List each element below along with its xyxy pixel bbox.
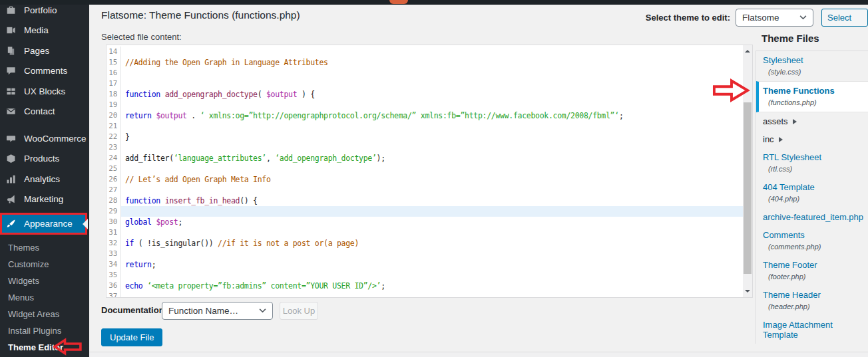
scroll-up-icon[interactable] [743,47,752,56]
code-line[interactable]: 27 [107,185,743,195]
theme-file-stylesheet[interactable]: Stylesheet(style.css) [756,51,868,81]
update-file-button[interactable]: Update File [101,328,162,346]
submenu-item-themes[interactable]: Themes [0,239,89,256]
file-link: 404 Template [763,182,868,192]
code-text: //Adding the Open Graph in Language Attr… [121,57,743,68]
sidebar-item-comments[interactable]: Comments [0,61,89,82]
code-text [121,100,743,110]
theme-select-dropdown[interactable]: Flatsome [736,9,813,27]
annotation-box-appearance: Appearance [0,213,87,235]
sidebar-item-label: Contact [24,106,55,116]
code-line[interactable]: 31 [107,227,743,238]
sidebar-item-analytics[interactable]: Analytics [0,169,89,189]
code-editor[interactable]: 1415//Adding the Open Graph in Language … [106,45,753,298]
theme-file-404-template[interactable]: 404 Template(404.php) [756,178,868,208]
code-token: ( [258,90,266,99]
code-line[interactable]: 19 [107,100,743,110]
code-line[interactable]: 34return; [107,259,743,270]
menu-separator [0,122,89,128]
theme-file-image-attachment-template[interactable]: Image Attachment Template [756,316,868,344]
submenu-item-customize[interactable]: Customize [0,256,89,273]
theme-select-value: Flatsome [742,13,779,23]
scrollbar-thumb[interactable] [744,102,752,274]
selected-file-content-label: Selected file content: [101,32,182,42]
documentation-dropdown[interactable]: Function Name… [162,302,273,320]
sidebar-item-woocommerce[interactable]: WooCommerce [0,128,89,149]
code-line[interactable]: 26// Let’s add Open Graph Meta Info [107,174,743,185]
line-number: 34 [107,259,121,270]
code-line[interactable]: 36echo ‘<meta property=”fb:admins” conte… [107,281,743,291]
code-line[interactable]: 14 [107,47,743,57]
code-text: function insert_fb_in_head() { [121,195,743,206]
theme-file-rtl-stylesheet[interactable]: RTL Stylesheet(rtl.css) [756,148,868,178]
sidebar-item-ux-blocks[interactable]: UX Blocks [0,81,89,102]
documentation-value: Function Name… [168,306,238,316]
line-number: 37 [107,291,121,298]
submenu-item-install-plugins[interactable]: Install Plugins [0,322,89,339]
folder-label: inc [763,134,868,144]
sidebar-item-pages[interactable]: Pages [0,41,89,61]
code-token: . [187,111,200,120]
select-theme-label: Select theme to edit: [646,13,730,23]
code-line[interactable]: 20return $output . ‘ xmlns:og=”http://op… [107,110,743,121]
submenu-item-menus[interactable]: Menus [0,289,89,306]
theme-files-panel: Theme Files Stylesheet(style.css)Theme F… [756,29,868,344]
file-link: Theme Footer [763,260,868,270]
theme-file-inc[interactable]: inc [756,130,868,148]
code-token [160,90,165,99]
code-lines: 1415//Adding the Open Graph in Language … [107,47,743,298]
line-number: 19 [107,100,121,110]
admin-bar [0,0,868,5]
code-line[interactable]: 23 [107,142,743,153]
code-line[interactable]: 33 [107,249,743,259]
sidebar-item-marketing[interactable]: Marketing [0,189,89,210]
code-line[interactable]: 25 [107,164,743,174]
look-up-button[interactable]: Look Up [280,302,318,320]
theme-file-theme-functions[interactable]: Theme Functions(functions.php) [756,81,868,112]
sidebar-item-products[interactable]: Products [0,149,89,170]
code-line[interactable]: 24add_filter(‘language_attributes’, ‘add… [107,153,743,164]
sidebar-item-label: WooCommerce [24,134,87,144]
code-line[interactable]: 17 [107,78,743,89]
admin-bar-notification-badge [389,0,408,4]
sidebar-item-appearance[interactable]: Appearance [2,215,85,233]
line-number: 24 [107,153,121,164]
scroll-down-icon[interactable] [743,287,752,296]
analytics-icon [6,174,17,185]
code-token: return [125,111,152,120]
code-token: insert_fb_in_head [165,196,240,205]
file-link: Comments [763,230,868,240]
main-content: Flatsome: Theme Functions (functions.php… [89,5,868,357]
code-token: function [125,196,160,205]
code-line[interactable]: 28function insert_fb_in_head() { [107,195,743,206]
theme-file-comments[interactable]: Comments(comments.php) [756,226,868,256]
code-line[interactable]: 29 [107,206,743,217]
code-line[interactable]: 16 [107,68,743,78]
sidebar-item-contact[interactable]: Contact [0,102,89,122]
code-text [121,121,743,132]
submenu-item-widget-areas[interactable]: Widget Areas [0,306,89,322]
code-line[interactable]: 15//Adding the Open Graph in Language At… [107,57,743,68]
select-theme-button[interactable]: Select [821,9,868,27]
file-name: (footer.php) [763,271,805,281]
code-text: echo ‘<meta property=”fb:admins” content… [121,281,743,291]
code-line[interactable]: 22} [107,132,743,142]
theme-file-archive-featured-item-php[interactable]: archive-featured_item.php [756,208,868,226]
code-line[interactable]: 32if ( !is_singular()) //if it is not a … [107,238,743,249]
code-line[interactable]: 30global $post; [107,217,743,227]
submenu-item-widgets[interactable]: Widgets [0,273,89,289]
code-text [121,142,743,153]
code-token [160,196,165,205]
theme-file-assets[interactable]: assets [756,112,868,130]
code-line[interactable]: 18function add_opengraph_doctype( $outpu… [107,89,743,100]
theme-file-theme-header[interactable]: Theme Header(header.php) [756,286,868,316]
code-line[interactable]: 21 [107,121,743,132]
theme-file-theme-footer[interactable]: Theme Footer(footer.php) [756,256,868,286]
line-number: 18 [107,89,121,100]
sidebar-item-media[interactable]: Media [0,21,89,41]
code-token: ‘ xmlns:og=”http://opengraphprotocol.org… [200,111,619,120]
code-line[interactable]: 35 [107,270,743,281]
code-line[interactable]: 37 [107,291,743,298]
file-link: Theme Functions [763,86,868,96]
code-token: ; [178,217,183,227]
